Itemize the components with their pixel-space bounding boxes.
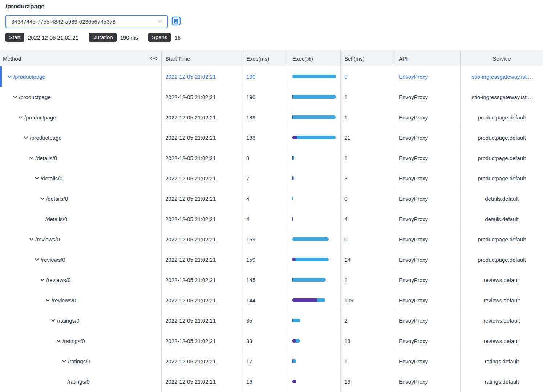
span-start-time: 2022-12-05 21:02:21 bbox=[162, 107, 243, 127]
span-table-header: Method Start Time Exec(ms) Exec(%) Self(… bbox=[0, 50, 543, 66]
span-self-ms: 1 bbox=[341, 107, 395, 127]
exec-total-bar bbox=[292, 136, 336, 139]
chevron-down-icon[interactable] bbox=[29, 237, 34, 242]
span-method-cell[interactable]: /details/0 bbox=[0, 209, 162, 229]
span-service: productpage.default bbox=[461, 168, 543, 188]
span-exec-percent-cell bbox=[287, 310, 341, 331]
span-method-cell[interactable]: /details/0 bbox=[0, 168, 162, 188]
exec-percent-bar bbox=[292, 115, 336, 119]
span-method-label: /details/0 bbox=[41, 175, 62, 181]
span-exec-ms: 35 bbox=[243, 310, 287, 331]
span-exec-percent-cell bbox=[287, 229, 341, 249]
span-method-cell[interactable]: /details/0 bbox=[0, 148, 162, 168]
span-method-cell[interactable]: /reviews/0 bbox=[0, 229, 162, 249]
span-row[interactable]: /productpage2022-12-05 21:02:211900Envoy… bbox=[0, 66, 543, 87]
span-method-cell[interactable]: /reviews/0 bbox=[0, 270, 162, 290]
trace-list-button[interactable] bbox=[171, 16, 181, 27]
chevron-down-icon[interactable] bbox=[40, 196, 45, 201]
span-row[interactable]: /reviews/02022-12-05 21:02:211590EnvoyPr… bbox=[0, 229, 543, 249]
span-exec-percent-cell bbox=[287, 127, 341, 148]
span-method-cell[interactable]: /productpage bbox=[0, 107, 162, 127]
span-method-cell[interactable]: /productpage bbox=[0, 66, 162, 87]
span-api: EnvoyProxy bbox=[395, 127, 461, 148]
span-row[interactable]: /details/02022-12-05 21:02:2181EnvoyProx… bbox=[0, 148, 543, 168]
span-service: details.default bbox=[461, 188, 543, 209]
span-row[interactable]: /productpage2022-12-05 21:02:2118821Envo… bbox=[0, 127, 543, 148]
span-method-cell[interactable]: /ratings/0 bbox=[0, 371, 162, 392]
span-start-time: 2022-12-05 21:02:21 bbox=[162, 331, 243, 351]
exec-total-bar bbox=[292, 95, 336, 99]
span-exec-percent-cell bbox=[287, 249, 341, 270]
chevron-down-icon[interactable] bbox=[35, 257, 39, 262]
span-self-ms: 1 bbox=[341, 148, 395, 168]
span-method-cell[interactable]: /ratings/0 bbox=[0, 351, 162, 371]
span-row[interactable]: /reviews/02022-12-05 21:02:21144109Envoy… bbox=[0, 290, 543, 310]
spans-value: 16 bbox=[174, 34, 181, 41]
self-time-bar bbox=[292, 136, 297, 139]
span-method-cell[interactable]: /productpage bbox=[0, 87, 162, 107]
span-self-ms: 4 bbox=[341, 209, 395, 229]
start-badge: Start bbox=[5, 33, 24, 42]
chevron-down-icon[interactable] bbox=[24, 135, 28, 140]
span-method-cell[interactable]: /reviews/0 bbox=[0, 249, 162, 270]
column-resize-icon[interactable] bbox=[150, 56, 158, 61]
span-row[interactable]: /reviews/02022-12-05 21:02:211451EnvoyPr… bbox=[0, 270, 543, 290]
span-start-time: 2022-12-05 21:02:21 bbox=[162, 351, 243, 371]
span-self-ms: 3 bbox=[341, 168, 395, 188]
chevron-down-icon[interactable] bbox=[13, 95, 17, 99]
chevron-down-icon[interactable] bbox=[56, 339, 61, 343]
span-exec-ms: 190 bbox=[243, 87, 287, 107]
span-row[interactable]: /details/02022-12-05 21:02:2144EnvoyProx… bbox=[0, 209, 543, 229]
span-start-time: 2022-12-05 21:02:21 bbox=[162, 188, 243, 209]
chevron-down-icon[interactable] bbox=[35, 176, 39, 181]
span-method-cell[interactable]: /reviews/0 bbox=[0, 290, 162, 310]
span-method-label: /ratings/0 bbox=[57, 318, 80, 324]
span-row[interactable]: /ratings/02022-12-05 21:02:21171EnvoyPro… bbox=[0, 351, 543, 371]
span-row[interactable]: /productpage2022-12-05 21:02:211891Envoy… bbox=[0, 107, 543, 127]
exec-percent-bar bbox=[292, 156, 336, 160]
exec-total-bar bbox=[292, 237, 329, 241]
span-service: ratings.default bbox=[461, 351, 543, 371]
exec-total-bar bbox=[292, 156, 294, 160]
chevron-down-icon[interactable] bbox=[29, 156, 34, 160]
span-row[interactable]: /ratings/02022-12-05 21:02:213316EnvoyPr… bbox=[0, 331, 543, 351]
span-method-label: /reviews/0 bbox=[41, 257, 65, 263]
span-row[interactable]: /reviews/02022-12-05 21:02:2115914EnvoyP… bbox=[0, 249, 543, 270]
exec-percent-bar bbox=[292, 359, 336, 363]
span-method-cell[interactable]: /details/0 bbox=[0, 188, 162, 209]
span-service: reviews.default bbox=[461, 290, 543, 310]
span-api: EnvoyProxy bbox=[395, 209, 461, 229]
span-start-time: 2022-12-05 21:02:21 bbox=[162, 371, 243, 392]
chevron-down-icon[interactable] bbox=[7, 74, 12, 79]
span-row[interactable]: /details/02022-12-05 21:02:2173EnvoyProx… bbox=[0, 168, 543, 188]
span-start-time: 2022-12-05 21:02:21 bbox=[162, 168, 243, 188]
self-time-bar bbox=[292, 115, 293, 119]
span-exec-percent-cell bbox=[287, 209, 341, 229]
exec-percent-bar bbox=[292, 197, 336, 200]
span-exec-ms: 159 bbox=[243, 229, 287, 249]
chevron-down-icon[interactable] bbox=[51, 318, 56, 323]
span-exec-percent-cell bbox=[287, 331, 341, 351]
chevron-down-icon[interactable] bbox=[40, 278, 45, 282]
span-exec-percent-cell bbox=[287, 66, 341, 87]
trace-id-select[interactable]: 34347445-7755-4842-a939-623656745378 bbox=[5, 15, 168, 28]
exec-total-bar bbox=[292, 359, 296, 363]
span-start-time: 2022-12-05 21:02:21 bbox=[162, 310, 243, 331]
span-row[interactable]: /ratings/02022-12-05 21:02:21352EnvoyPro… bbox=[0, 310, 543, 331]
chevron-down-icon[interactable] bbox=[45, 298, 50, 303]
self-time-bar bbox=[292, 95, 293, 99]
span-exec-ms: 144 bbox=[243, 290, 287, 310]
span-row[interactable]: /productpage2022-12-05 21:02:211901Envoy… bbox=[0, 87, 543, 107]
span-row[interactable]: /details/02022-12-05 21:02:2140EnvoyProx… bbox=[0, 188, 543, 209]
span-method-cell[interactable]: /ratings/0 bbox=[0, 331, 162, 351]
span-service: productpage.default bbox=[461, 107, 543, 127]
exec-total-bar bbox=[292, 258, 329, 261]
span-method-cell[interactable]: /ratings/0 bbox=[0, 310, 162, 331]
chevron-down-icon[interactable] bbox=[18, 115, 23, 120]
chevron-down-icon[interactable] bbox=[62, 359, 66, 364]
span-row[interactable]: /ratings/02022-12-05 21:02:211616EnvoyPr… bbox=[0, 371, 543, 392]
selected-row-indicator bbox=[0, 66, 2, 87]
span-method-cell[interactable]: /productpage bbox=[0, 127, 162, 148]
span-self-ms: 1 bbox=[341, 351, 395, 371]
span-api: EnvoyProxy bbox=[395, 168, 461, 188]
